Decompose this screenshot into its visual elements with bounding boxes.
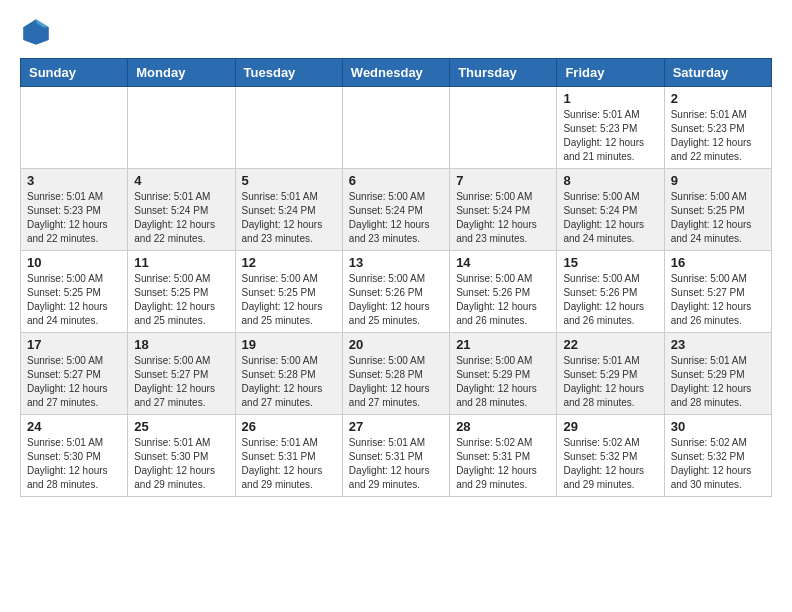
- calendar-cell: 18Sunrise: 5:00 AMSunset: 5:27 PMDayligh…: [128, 333, 235, 415]
- weekday-header: Friday: [557, 59, 664, 87]
- calendar-cell: 24Sunrise: 5:01 AMSunset: 5:30 PMDayligh…: [21, 415, 128, 497]
- day-info: Sunrise: 5:00 AMSunset: 5:28 PMDaylight:…: [242, 354, 336, 410]
- calendar-cell: 2Sunrise: 5:01 AMSunset: 5:23 PMDaylight…: [664, 87, 771, 169]
- day-info: Sunrise: 5:01 AMSunset: 5:23 PMDaylight:…: [671, 108, 765, 164]
- calendar-cell: 9Sunrise: 5:00 AMSunset: 5:25 PMDaylight…: [664, 169, 771, 251]
- day-number: 16: [671, 255, 765, 270]
- day-info: Sunrise: 5:00 AMSunset: 5:27 PMDaylight:…: [134, 354, 228, 410]
- day-info: Sunrise: 5:00 AMSunset: 5:29 PMDaylight:…: [456, 354, 550, 410]
- calendar-cell: 29Sunrise: 5:02 AMSunset: 5:32 PMDayligh…: [557, 415, 664, 497]
- calendar-cell: 27Sunrise: 5:01 AMSunset: 5:31 PMDayligh…: [342, 415, 449, 497]
- calendar-cell: 20Sunrise: 5:00 AMSunset: 5:28 PMDayligh…: [342, 333, 449, 415]
- day-number: 19: [242, 337, 336, 352]
- day-info: Sunrise: 5:02 AMSunset: 5:32 PMDaylight:…: [563, 436, 657, 492]
- day-info: Sunrise: 5:00 AMSunset: 5:24 PMDaylight:…: [349, 190, 443, 246]
- day-info: Sunrise: 5:01 AMSunset: 5:23 PMDaylight:…: [27, 190, 121, 246]
- day-number: 3: [27, 173, 121, 188]
- calendar-cell: 26Sunrise: 5:01 AMSunset: 5:31 PMDayligh…: [235, 415, 342, 497]
- calendar-week-row: 24Sunrise: 5:01 AMSunset: 5:30 PMDayligh…: [21, 415, 772, 497]
- day-info: Sunrise: 5:00 AMSunset: 5:27 PMDaylight:…: [27, 354, 121, 410]
- calendar-cell: 7Sunrise: 5:00 AMSunset: 5:24 PMDaylight…: [450, 169, 557, 251]
- weekday-header: Sunday: [21, 59, 128, 87]
- calendar-cell: 23Sunrise: 5:01 AMSunset: 5:29 PMDayligh…: [664, 333, 771, 415]
- day-number: 1: [563, 91, 657, 106]
- day-info: Sunrise: 5:00 AMSunset: 5:26 PMDaylight:…: [349, 272, 443, 328]
- day-number: 10: [27, 255, 121, 270]
- logo: [20, 16, 58, 48]
- day-number: 14: [456, 255, 550, 270]
- calendar-week-row: 3Sunrise: 5:01 AMSunset: 5:23 PMDaylight…: [21, 169, 772, 251]
- day-number: 23: [671, 337, 765, 352]
- calendar-cell: 10Sunrise: 5:00 AMSunset: 5:25 PMDayligh…: [21, 251, 128, 333]
- calendar-cell: [21, 87, 128, 169]
- calendar-cell: 15Sunrise: 5:00 AMSunset: 5:26 PMDayligh…: [557, 251, 664, 333]
- day-info: Sunrise: 5:01 AMSunset: 5:30 PMDaylight:…: [27, 436, 121, 492]
- calendar-cell: 14Sunrise: 5:00 AMSunset: 5:26 PMDayligh…: [450, 251, 557, 333]
- day-info: Sunrise: 5:00 AMSunset: 5:26 PMDaylight:…: [563, 272, 657, 328]
- calendar-cell: 4Sunrise: 5:01 AMSunset: 5:24 PMDaylight…: [128, 169, 235, 251]
- day-number: 5: [242, 173, 336, 188]
- calendar-cell: [235, 87, 342, 169]
- day-number: 2: [671, 91, 765, 106]
- calendar-cell: 30Sunrise: 5:02 AMSunset: 5:32 PMDayligh…: [664, 415, 771, 497]
- day-number: 18: [134, 337, 228, 352]
- calendar-cell: 17Sunrise: 5:00 AMSunset: 5:27 PMDayligh…: [21, 333, 128, 415]
- calendar-cell: 1Sunrise: 5:01 AMSunset: 5:23 PMDaylight…: [557, 87, 664, 169]
- calendar-cell: 3Sunrise: 5:01 AMSunset: 5:23 PMDaylight…: [21, 169, 128, 251]
- day-number: 25: [134, 419, 228, 434]
- day-info: Sunrise: 5:00 AMSunset: 5:25 PMDaylight:…: [242, 272, 336, 328]
- day-number: 9: [671, 173, 765, 188]
- calendar-cell: 21Sunrise: 5:00 AMSunset: 5:29 PMDayligh…: [450, 333, 557, 415]
- header: [20, 16, 772, 48]
- day-number: 15: [563, 255, 657, 270]
- calendar-page: SundayMondayTuesdayWednesdayThursdayFrid…: [0, 0, 792, 513]
- calendar-cell: 5Sunrise: 5:01 AMSunset: 5:24 PMDaylight…: [235, 169, 342, 251]
- day-number: 13: [349, 255, 443, 270]
- day-info: Sunrise: 5:00 AMSunset: 5:24 PMDaylight:…: [456, 190, 550, 246]
- calendar-cell: 25Sunrise: 5:01 AMSunset: 5:30 PMDayligh…: [128, 415, 235, 497]
- day-number: 27: [349, 419, 443, 434]
- day-number: 24: [27, 419, 121, 434]
- day-number: 4: [134, 173, 228, 188]
- weekday-header: Thursday: [450, 59, 557, 87]
- day-info: Sunrise: 5:01 AMSunset: 5:29 PMDaylight:…: [563, 354, 657, 410]
- weekday-header: Wednesday: [342, 59, 449, 87]
- day-number: 11: [134, 255, 228, 270]
- day-info: Sunrise: 5:00 AMSunset: 5:26 PMDaylight:…: [456, 272, 550, 328]
- calendar-cell: 13Sunrise: 5:00 AMSunset: 5:26 PMDayligh…: [342, 251, 449, 333]
- day-number: 20: [349, 337, 443, 352]
- day-number: 17: [27, 337, 121, 352]
- calendar-cell: [128, 87, 235, 169]
- day-info: Sunrise: 5:01 AMSunset: 5:30 PMDaylight:…: [134, 436, 228, 492]
- day-info: Sunrise: 5:01 AMSunset: 5:31 PMDaylight:…: [349, 436, 443, 492]
- calendar-cell: [342, 87, 449, 169]
- day-number: 8: [563, 173, 657, 188]
- calendar-table: SundayMondayTuesdayWednesdayThursdayFrid…: [20, 58, 772, 497]
- calendar-cell: 16Sunrise: 5:00 AMSunset: 5:27 PMDayligh…: [664, 251, 771, 333]
- calendar-cell: 12Sunrise: 5:00 AMSunset: 5:25 PMDayligh…: [235, 251, 342, 333]
- day-info: Sunrise: 5:00 AMSunset: 5:27 PMDaylight:…: [671, 272, 765, 328]
- day-info: Sunrise: 5:00 AMSunset: 5:24 PMDaylight:…: [563, 190, 657, 246]
- calendar-cell: 22Sunrise: 5:01 AMSunset: 5:29 PMDayligh…: [557, 333, 664, 415]
- weekday-header: Tuesday: [235, 59, 342, 87]
- day-number: 29: [563, 419, 657, 434]
- day-info: Sunrise: 5:01 AMSunset: 5:24 PMDaylight:…: [134, 190, 228, 246]
- calendar-cell: 8Sunrise: 5:00 AMSunset: 5:24 PMDaylight…: [557, 169, 664, 251]
- day-number: 7: [456, 173, 550, 188]
- day-number: 30: [671, 419, 765, 434]
- day-info: Sunrise: 5:00 AMSunset: 5:25 PMDaylight:…: [134, 272, 228, 328]
- day-info: Sunrise: 5:02 AMSunset: 5:32 PMDaylight:…: [671, 436, 765, 492]
- calendar-week-row: 17Sunrise: 5:00 AMSunset: 5:27 PMDayligh…: [21, 333, 772, 415]
- day-number: 28: [456, 419, 550, 434]
- calendar-week-row: 10Sunrise: 5:00 AMSunset: 5:25 PMDayligh…: [21, 251, 772, 333]
- day-number: 12: [242, 255, 336, 270]
- day-info: Sunrise: 5:01 AMSunset: 5:29 PMDaylight:…: [671, 354, 765, 410]
- day-info: Sunrise: 5:01 AMSunset: 5:23 PMDaylight:…: [563, 108, 657, 164]
- day-number: 22: [563, 337, 657, 352]
- calendar-header-row: SundayMondayTuesdayWednesdayThursdayFrid…: [21, 59, 772, 87]
- weekday-header: Monday: [128, 59, 235, 87]
- calendar-cell: 28Sunrise: 5:02 AMSunset: 5:31 PMDayligh…: [450, 415, 557, 497]
- weekday-header: Saturday: [664, 59, 771, 87]
- calendar-cell: 11Sunrise: 5:00 AMSunset: 5:25 PMDayligh…: [128, 251, 235, 333]
- calendar-cell: 19Sunrise: 5:00 AMSunset: 5:28 PMDayligh…: [235, 333, 342, 415]
